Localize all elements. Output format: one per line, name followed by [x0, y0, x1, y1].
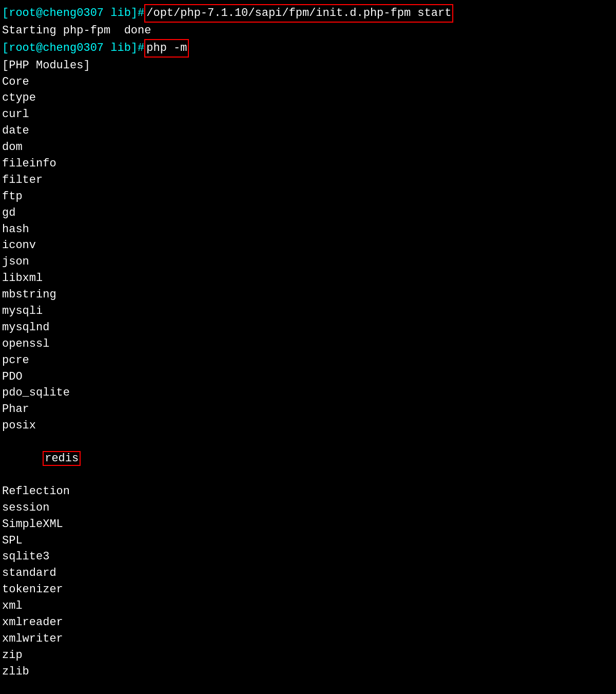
empty-line [2, 680, 614, 694]
module-gd: gd [2, 205, 614, 221]
module-ctype: ctype [2, 90, 614, 106]
module-posix: posix [2, 418, 614, 434]
prompt-line-1: [root@cheng0307 lib]# /opt/php-7.1.10/sa… [2, 4, 614, 23]
prompt-user-1: [root@cheng0307 lib]# [2, 5, 144, 22]
module-standard: standard [2, 565, 614, 582]
prompt-line-2: [root@cheng0307 lib]# php -m [2, 39, 614, 58]
module-hash: hash [2, 221, 614, 238]
module-xml: xml [2, 598, 614, 614]
cmd1-highlighted: /opt/php-7.1.10/sapi/fpm/init.d.php-fpm … [144, 4, 453, 23]
module-json: json [2, 254, 614, 270]
module-SPL: SPL [2, 533, 614, 549]
module-redis: redis [2, 434, 614, 483]
module-pcre: pcre [2, 352, 614, 369]
module-dom: dom [2, 139, 614, 156]
module-date: date [2, 123, 614, 139]
module-sqlite3: sqlite3 [2, 549, 614, 565]
module-session: session [2, 500, 614, 516]
module-xmlreader: xmlreader [2, 614, 614, 631]
cmd2-highlighted: php -m [144, 39, 189, 58]
module-filter: filter [2, 172, 614, 189]
module-zip: zip [2, 647, 614, 664]
module-PDO: PDO [2, 369, 614, 385]
module-iconv: iconv [2, 237, 614, 254]
module-xmlwriter: xmlwriter [2, 631, 614, 647]
module-Phar: Phar [2, 401, 614, 418]
terminal-container: [root@cheng0307 lib]# /opt/php-7.1.10/sa… [2, 4, 614, 694]
prompt-user-2: [root@cheng0307 lib]# [2, 40, 144, 57]
module-libxml: libxml [2, 270, 614, 287]
module-SimpleXML: SimpleXML [2, 516, 614, 533]
module-openssl: openssl [2, 336, 614, 352]
module-tokenizer: tokenizer [2, 582, 614, 598]
module-mysqli: mysqli [2, 303, 614, 320]
module-fileinfo: fileinfo [2, 156, 614, 172]
module-ftp: ftp [2, 189, 614, 205]
redis-highlighted: redis [43, 451, 81, 466]
module-pdo_sqlite: pdo_sqlite [2, 385, 614, 401]
module-mbstring: mbstring [2, 287, 614, 303]
module-list: Core ctype curl date dom fileinfo filter… [2, 74, 614, 680]
module-Reflection: Reflection [2, 483, 614, 500]
module-mysqlnd: mysqlnd [2, 320, 614, 336]
php-modules-header: [PHP Modules] [2, 58, 614, 74]
starting-line: Starting php-fpm done [2, 23, 614, 39]
module-curl: curl [2, 106, 614, 123]
module-zlib: zlib [2, 664, 614, 680]
module-Core: Core [2, 74, 614, 90]
